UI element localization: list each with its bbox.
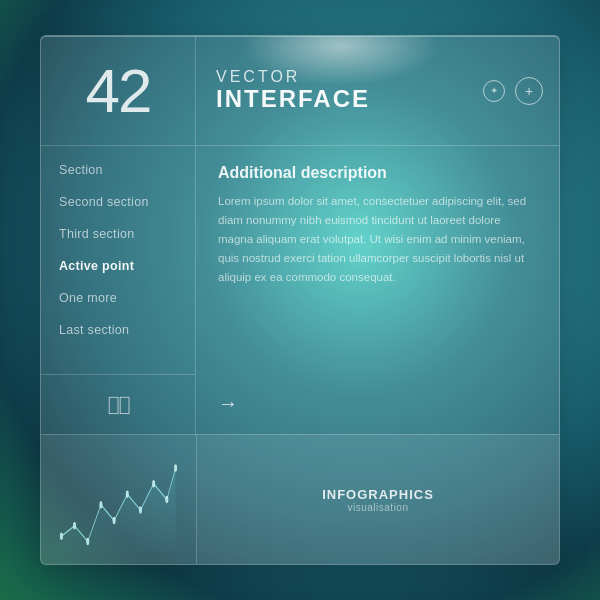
- bottom-chart: [41, 434, 196, 564]
- header: 42 VECTOR INTERFACE +: [41, 36, 559, 146]
- nav-item-last-section[interactable]: Last section: [41, 314, 195, 346]
- main-card: 42 VECTOR INTERFACE + Section Second sec…: [40, 35, 560, 565]
- plus-circle-icon[interactable]: +: [515, 77, 543, 105]
- nav-item-section[interactable]: Section: [41, 154, 195, 186]
- section-title: Additional description: [218, 164, 537, 182]
- svg-point-10: [174, 465, 177, 471]
- gear-icon[interactable]: [483, 80, 505, 102]
- line-chart: [57, 447, 180, 552]
- nav-item-one-more[interactable]: One more: [41, 282, 195, 314]
- nav-item-second-section[interactable]: Second section: [41, 186, 195, 218]
- svg-point-6: [126, 491, 129, 497]
- svg-point-5: [113, 517, 116, 523]
- header-icons: +: [483, 77, 543, 105]
- arrow-button[interactable]: →: [218, 392, 248, 416]
- svg-point-9: [166, 496, 169, 502]
- main-content: Additional description Lorem ipsum dolor…: [196, 146, 559, 434]
- header-number-section: 42: [41, 36, 196, 145]
- nav-list: Section Second section Third section Act…: [41, 146, 195, 374]
- bookmark-icon: ⌷⌷: [107, 392, 129, 418]
- section-body: Lorem ipsum dolor sit amet, consectetuer…: [218, 192, 537, 378]
- sidebar-bottom: ⌷⌷: [41, 374, 195, 434]
- svg-marker-0: [61, 468, 175, 552]
- svg-point-2: [73, 523, 76, 529]
- svg-point-7: [139, 507, 142, 513]
- svg-point-1: [60, 533, 63, 539]
- nav-item-active-point[interactable]: Active point: [41, 250, 195, 282]
- svg-point-4: [100, 502, 103, 508]
- infographics-title: INFOGRAPHICS: [322, 487, 434, 502]
- big-number: 42: [86, 60, 151, 122]
- infographics-subtitle: visualisation: [348, 502, 409, 513]
- svg-point-8: [152, 481, 155, 487]
- infographics-panel: INFOGRAPHICS visualisation: [196, 434, 559, 564]
- nav-item-third-section[interactable]: Third section: [41, 218, 195, 250]
- sidebar: Section Second section Third section Act…: [41, 146, 196, 434]
- svg-point-3: [86, 538, 89, 544]
